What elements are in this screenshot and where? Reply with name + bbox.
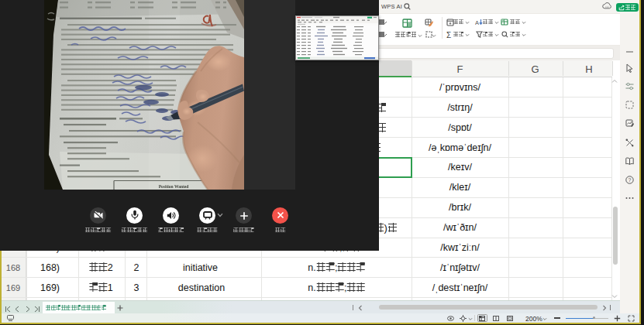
svg-text:?: ? [628,177,631,183]
svg-text:A: A [475,19,479,26]
svg-text:Position Wanted: Position Wanted [159,184,189,189]
